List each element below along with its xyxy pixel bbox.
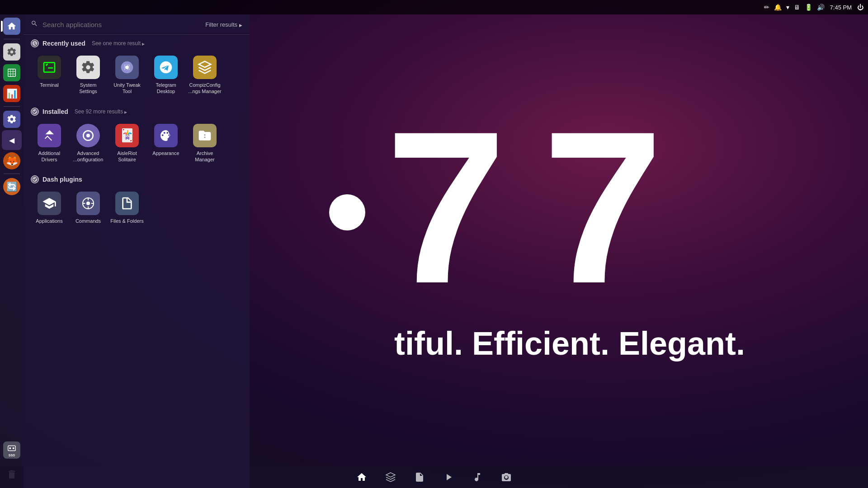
- svg-rect-5: [8, 446, 16, 451]
- launcher-item-firefox[interactable]: 🦊: [2, 151, 22, 171]
- pen-icon[interactable]: ✏: [764, 4, 769, 11]
- svg-point-10: [86, 134, 90, 137]
- installed-grid: Additional Drivers Advanced ...onfigurat…: [24, 118, 250, 171]
- dash-plugins-icon: [31, 175, 39, 183]
- dash-plugins-header: Dash plugins: [24, 171, 250, 186]
- launcher-divider-3: [4, 174, 20, 174]
- launcher-item-ssd[interactable]: SSD: [2, 440, 22, 460]
- launcher-item-system-settings[interactable]: [2, 42, 22, 62]
- appearance-label: Appearance: [152, 150, 179, 156]
- archive-manager-icon: [193, 124, 217, 147]
- app-item-applications-plugin[interactable]: Applications: [31, 188, 68, 228]
- app-item-telegram[interactable]: Telegram Desktop: [147, 52, 184, 99]
- launcher-item-settings-2[interactable]: [2, 109, 22, 129]
- dash-plugins-title: Dash plugins: [42, 176, 82, 183]
- desktop-sevens: 7 7: [386, 99, 663, 316]
- see-more-installed-button[interactable]: See 92 more results: [75, 108, 127, 115]
- unity-tweak-icon: [115, 56, 139, 79]
- launcher-item-spreadsheet[interactable]: [2, 63, 22, 83]
- files-folders-icon: [115, 192, 139, 215]
- system-settings-icon: [7, 47, 17, 57]
- see-one-more-button[interactable]: See one more result: [92, 40, 145, 47]
- aisleriot-label: AisleRiot Solitaire: [110, 150, 144, 163]
- battery-icon[interactable]: 🔋: [805, 4, 812, 11]
- launcher-divider-1: [4, 39, 20, 39]
- recently-used-header: Recently used See one more result: [24, 35, 250, 50]
- wifi-icon[interactable]: ▾: [786, 4, 789, 11]
- svg-rect-7: [13, 447, 14, 449]
- commands-plugin-icon: [76, 192, 100, 215]
- app-item-unity-tweak[interactable]: Unity Tweak Tool: [108, 52, 146, 99]
- advanced-config-label: Advanced ...onfiguration: [71, 150, 105, 163]
- app-item-additional-drivers[interactable]: Additional Drivers: [31, 120, 68, 167]
- recently-used-icon: [31, 39, 39, 47]
- dock-home-icon: [356, 472, 367, 483]
- home-icon: [7, 21, 17, 31]
- unity-tweak-label: Unity Tweak Tool: [110, 82, 144, 95]
- search-bar: Filter results: [24, 14, 250, 35]
- system-settings-label: System Settings: [71, 82, 105, 95]
- dash-plugins-grid: Applications Commands: [24, 186, 250, 232]
- app-item-files-folders[interactable]: Files & Folders: [108, 188, 146, 228]
- dock-item-screenshot[interactable]: [501, 472, 512, 483]
- app-item-compiz[interactable]: CompizConfig ...ngs Manager: [186, 52, 223, 99]
- search-input[interactable]: [42, 21, 201, 28]
- compiz-label: CompizConfig ...ngs Manager: [188, 82, 222, 95]
- app-item-system-settings[interactable]: System Settings: [70, 52, 107, 99]
- gear-icon: [7, 114, 17, 124]
- seven-right: 7: [542, 99, 663, 316]
- compiz-icon: [193, 56, 217, 79]
- dock-media-icon: [443, 472, 454, 483]
- installed-header: Installed See 92 more results: [24, 103, 250, 118]
- app-item-advanced-config[interactable]: Advanced ...onfiguration: [70, 120, 107, 167]
- app-item-aisleriot[interactable]: 🃏 AisleRiot Solitaire: [108, 120, 146, 167]
- dock-item-music[interactable]: [472, 472, 483, 483]
- system-settings-app-icon: [76, 56, 100, 79]
- additional-drivers-icon: [38, 124, 61, 147]
- recently-used-title: Recently used: [42, 40, 85, 47]
- panel-system-icons: ✏ 🔔 ▾ 🖥 🔋 🔊: [764, 4, 825, 11]
- dock-item-media[interactable]: [443, 472, 454, 483]
- telegram-label: Telegram Desktop: [149, 82, 183, 95]
- terminal-label: Terminal: [40, 82, 59, 88]
- installed-icon: [31, 108, 39, 116]
- aisleriot-icon: 🃏: [115, 124, 139, 147]
- desktop-tagline: tiful. Efficient. Elegant.: [394, 325, 745, 362]
- launcher-item-presentation[interactable]: 📊: [2, 84, 22, 103]
- seven-left: 7: [386, 99, 506, 316]
- appearance-icon: [154, 124, 178, 147]
- applications-plugin-icon: [38, 192, 61, 215]
- svg-point-13: [86, 202, 90, 205]
- svg-rect-0: [8, 69, 16, 77]
- dock-item-home[interactable]: [356, 472, 367, 483]
- commands-plugin-label: Commands: [75, 218, 101, 224]
- dock-item-files[interactable]: [414, 472, 425, 483]
- ssd-icon: [7, 443, 17, 453]
- app-item-commands-plugin[interactable]: Commands: [70, 188, 107, 228]
- dock-music-icon: [472, 472, 483, 483]
- launcher-item-home[interactable]: [2, 16, 22, 36]
- launcher-divider-2: [4, 106, 20, 107]
- telegram-icon: [154, 56, 178, 79]
- launcher-item-arrow[interactable]: ◀: [2, 130, 22, 150]
- app-item-appearance[interactable]: Appearance: [147, 120, 184, 167]
- filter-results-button[interactable]: Filter results: [205, 21, 242, 28]
- display-icon[interactable]: 🖥: [794, 4, 800, 11]
- svg-point-8: [125, 66, 129, 69]
- files-folders-label: Files & Folders: [110, 218, 143, 224]
- search-icon: [31, 20, 38, 29]
- advanced-config-icon: [76, 124, 100, 147]
- panel-time: 7:45 PM: [830, 4, 852, 11]
- app-item-archive-manager[interactable]: Archive Manager: [186, 120, 223, 167]
- volume-icon[interactable]: 🔊: [817, 4, 825, 11]
- additional-drivers-label: Additional Drivers: [33, 150, 66, 163]
- launcher-item-updater[interactable]: 🔄: [2, 177, 22, 197]
- power-icon[interactable]: ⏻: [857, 4, 863, 11]
- archive-manager-label: Archive Manager: [188, 150, 222, 163]
- svg-rect-6: [9, 447, 11, 449]
- top-panel: ✏ 🔔 ▾ 🖥 🔋 🔊 7:45 PM ⏻: [0, 0, 868, 14]
- dock-item-apps[interactable]: [385, 472, 396, 483]
- recently-used-grid: Terminal System Settings Unity Tweak Too…: [24, 50, 250, 103]
- bell-icon[interactable]: 🔔: [774, 4, 782, 11]
- app-item-terminal[interactable]: Terminal: [31, 52, 68, 99]
